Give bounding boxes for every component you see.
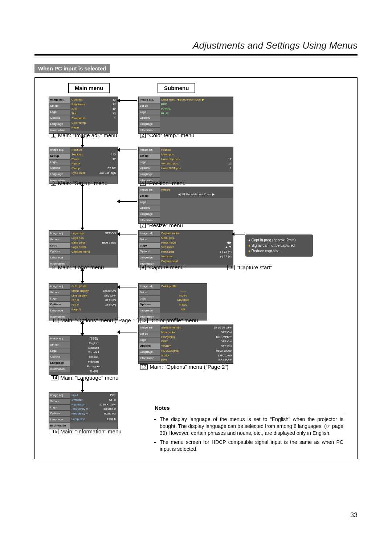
ref-number-11: 11 <box>51 318 58 323</box>
osd-sidebar-item: Logo <box>139 109 160 115</box>
menu-flow-diagram: Main menu Submenu Image adj.Set upLogoOp… <box>34 77 358 459</box>
osd-logo: Image adj.Set upLogoOptionsLanguageInfor… <box>49 230 118 268</box>
page-header-title: Adjustments and Settings Using Menus <box>34 40 358 51</box>
flow-arrow-icon <box>82 323 83 334</box>
osd-sidebar-item: Set up <box>139 103 160 109</box>
caption-language: 14Main: "Language" menu <box>51 375 118 381</box>
osd-sidebar-item: Logo <box>139 159 160 166</box>
notes-title: Notes <box>155 404 343 412</box>
osd-sidebar-item: Set up <box>49 153 70 159</box>
osd-row: Frequency H63.98kHz <box>72 407 116 412</box>
osd-sidebar-item: Language <box>139 211 160 217</box>
popup-capture-start: ● Capt.in prog.(approx. 2min) ● Signal c… <box>245 234 313 257</box>
section-badge: When PC input is selected <box>34 64 110 73</box>
osd-row: HDTV <box>161 294 205 298</box>
osd-row: PC3PC HDCP <box>161 358 232 363</box>
ref-number-14: 14 <box>51 375 58 380</box>
osd-sidebar-item: Language <box>49 360 70 366</box>
osd-sidebar-item: Image adj. <box>49 336 70 342</box>
page-number: 33 <box>350 511 358 519</box>
osd-row: Reset <box>72 126 116 130</box>
rule-thick <box>34 54 358 56</box>
osd-row: Phase12 <box>72 157 116 162</box>
ref-number-13: 13 <box>140 364 148 369</box>
caption-setup: 3Main: "Set up" menu <box>51 180 107 186</box>
osd-row: Frequency V60.02 Hz <box>72 412 116 416</box>
ref-number-4: 4 <box>140 181 146 186</box>
osd-row: Horiz.disp.pos.12 <box>161 157 232 162</box>
osd-sidebar-item: Logo <box>49 296 70 302</box>
osd-sidebar-item: Options <box>139 302 160 308</box>
osd-sidebar-item: Language <box>49 255 70 261</box>
osd-row: SCARTOFF ON <box>161 344 232 349</box>
osd-row: 日本語 <box>72 336 116 341</box>
osd-row: Resolution1280 X 1024 <box>72 403 116 407</box>
osd-sidebar-item: Image adj. <box>49 147 70 153</box>
caption-capture-start: 10"Capture start" <box>227 264 272 270</box>
osd-row: Vert.disp.pos.12 <box>161 162 232 166</box>
osd-row: ◀ 1/1 Panel Aspect Zoom ▶ <box>161 192 232 197</box>
osd-sidebar-item: Logo <box>49 405 70 411</box>
osd-sidebar-item: Language <box>139 255 160 261</box>
osd-options-p2: Image adj.Set upLogoOptionsLanguageInfor… <box>138 324 233 364</box>
osd-row: Menu pos. <box>161 152 232 157</box>
osd-sidebar-item: Image adj. <box>139 147 160 153</box>
caption-position: 4"Position" menu <box>140 180 185 186</box>
flow-arrow-icon <box>82 185 83 228</box>
osd-sidebar-item: Options <box>49 411 70 417</box>
osd-options-p1: Image adj.Set upLogoOptionsLanguageInfor… <box>49 283 118 320</box>
osd-sidebar-item: Logo <box>139 337 160 343</box>
osd-row: Sleep time[min]15 30 60 OFF <box>161 326 232 330</box>
osd-sidebar-item: Image adj. <box>139 187 160 193</box>
osd-sidebar-item: Logo <box>49 159 70 166</box>
osd-sidebar-item: Information <box>49 366 70 372</box>
osd-setup: Image adj.Set upLogoOptionsLanguageInfor… <box>49 147 118 184</box>
osd-sidebar-item: Language <box>49 417 70 423</box>
osd-row: Capture menu <box>72 250 116 254</box>
osd-sidebar-item: Set up <box>139 153 160 159</box>
osd-row: Flip HOFF ON <box>72 298 116 303</box>
osd-row: SwitcherCH.0 <box>72 398 116 403</box>
osd-row: Capture start <box>161 259 232 264</box>
ref-number-1: 1 <box>51 133 56 138</box>
osd-row: Menu pos. <box>161 236 232 241</box>
osd-row: Color profile <box>72 284 116 289</box>
osd-row: Italiano <box>72 355 116 360</box>
flow-arrow-icon <box>119 150 137 150</box>
osd-sidebar-item: Language <box>49 308 70 314</box>
osd-row: Tint12 <box>72 111 116 116</box>
osd-sidebar-item: Set up <box>49 237 70 243</box>
osd-row: Page 2 <box>72 307 116 312</box>
osd-row: Vert.size(-) 12 (+) <box>161 254 232 259</box>
osd-sidebar-item: Language <box>139 349 160 355</box>
osd-sidebar-item: Set up <box>139 290 160 296</box>
osd-row: Português <box>72 364 116 369</box>
osd-row: Resize <box>72 162 116 166</box>
osd-row: Flip VOFF ON <box>72 303 116 307</box>
osd-sidebar-item: Options <box>139 115 160 121</box>
osd-sidebar-item: Logo <box>139 296 160 302</box>
osd-resize: Image adj.Set upLogoOptionsLanguageInfor… <box>138 187 233 224</box>
osd-sidebar-item: Image adj. <box>139 97 160 103</box>
osd-row: English <box>72 341 116 346</box>
osd-sidebar-item: Options <box>49 302 70 308</box>
osd-row: Sync levelLow Std High <box>72 171 116 176</box>
osd-row: BLUE <box>161 111 232 116</box>
osd-header: Resize <box>161 188 232 192</box>
osd-sidebar-item: Set up <box>49 103 70 109</box>
osd-sidebar-item: Language <box>49 121 70 127</box>
osd-sidebar-item: Set up <box>49 399 70 405</box>
osd-header: Position <box>161 148 232 152</box>
osd-row: Line displaySec OFF <box>72 294 116 298</box>
osd-row: Contrast12 <box>72 98 116 102</box>
osd-row: ------ <box>161 289 205 294</box>
osd-row: Menu display15sec ON <box>72 289 116 294</box>
notes-section: Notes The display language of the menus … <box>155 404 343 455</box>
heading-submenu: Submenu <box>158 83 195 93</box>
caption-options-p2: 13Main: "Options" menu ("Page 2") <box>140 364 229 370</box>
ref-number-7: 7 <box>140 223 146 228</box>
osd-row: NTSC <box>161 303 205 307</box>
ref-number-2: 2 <box>140 133 146 138</box>
osd-sidebar-item: Image adj. <box>139 325 160 331</box>
flow-arrow-icon <box>119 332 137 332</box>
